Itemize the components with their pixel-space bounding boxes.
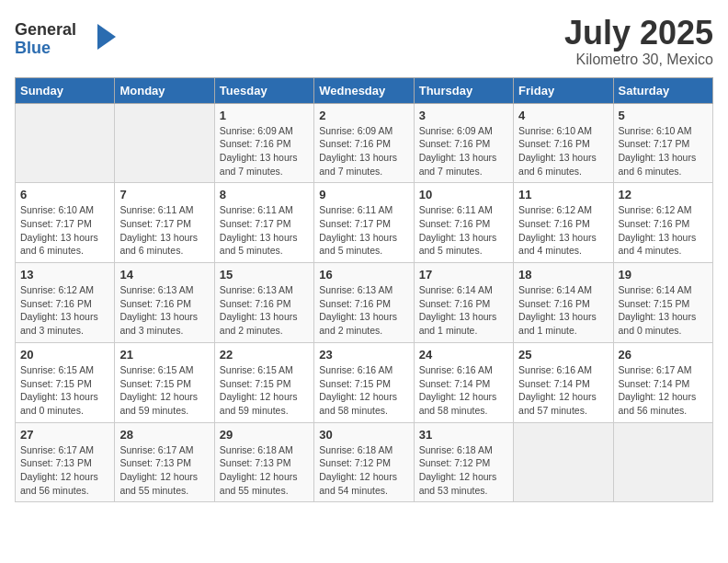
calendar-week-row: 13Sunrise: 6:12 AM Sunset: 7:16 PM Dayli…: [16, 263, 713, 343]
day-info: Sunrise: 6:11 AM Sunset: 7:17 PM Dayligh…: [220, 203, 309, 258]
weekday-header-row: SundayMondayTuesdayWednesdayThursdayFrid…: [16, 77, 713, 103]
title-block: July 2025 Kilometro 30, Mexico: [564, 15, 713, 68]
day-number: 22: [220, 348, 309, 362]
day-number: 11: [518, 188, 608, 201]
day-number: 16: [319, 268, 408, 282]
calendar-week-row: 20Sunrise: 6:15 AM Sunset: 7:15 PM Dayli…: [16, 342, 713, 422]
calendar-cell: 20Sunrise: 6:15 AM Sunset: 7:15 PM Dayli…: [16, 342, 115, 422]
weekday-header: Thursday: [414, 77, 513, 103]
day-number: 21: [119, 348, 209, 362]
calendar-cell: [514, 422, 613, 502]
day-number: 18: [518, 268, 608, 282]
calendar-cell: 21Sunrise: 6:15 AM Sunset: 7:15 PM Dayli…: [115, 342, 214, 422]
day-info: Sunrise: 6:10 AM Sunset: 7:16 PM Dayligh…: [518, 124, 608, 178]
calendar-week-row: 1Sunrise: 6:09 AM Sunset: 7:16 PM Daylig…: [16, 103, 713, 183]
day-info: Sunrise: 6:15 AM Sunset: 7:15 PM Dayligh…: [220, 363, 309, 418]
svg-text:Blue: Blue: [15, 39, 51, 57]
day-number: 28: [119, 428, 209, 442]
calendar-cell: 7Sunrise: 6:11 AM Sunset: 7:17 PM Daylig…: [115, 183, 214, 263]
day-info: Sunrise: 6:18 AM Sunset: 7:12 PM Dayligh…: [419, 443, 508, 498]
day-number: 29: [220, 428, 309, 442]
day-info: Sunrise: 6:16 AM Sunset: 7:14 PM Dayligh…: [518, 363, 608, 418]
day-number: 17: [419, 268, 508, 282]
calendar-cell: 24Sunrise: 6:16 AM Sunset: 7:14 PM Dayli…: [414, 342, 513, 422]
weekday-header: Saturday: [613, 77, 712, 103]
calendar-cell: 28Sunrise: 6:17 AM Sunset: 7:13 PM Dayli…: [115, 422, 214, 502]
day-info: Sunrise: 6:09 AM Sunset: 7:16 PM Dayligh…: [419, 124, 508, 178]
day-number: 3: [419, 109, 508, 122]
calendar-cell: 23Sunrise: 6:16 AM Sunset: 7:15 PM Dayli…: [314, 342, 414, 422]
day-info: Sunrise: 6:18 AM Sunset: 7:12 PM Dayligh…: [319, 443, 408, 498]
logo-text: General Blue: [15, 15, 125, 63]
day-info: Sunrise: 6:13 AM Sunset: 7:16 PM Dayligh…: [319, 283, 408, 338]
day-number: 14: [119, 268, 209, 282]
day-info: Sunrise: 6:17 AM Sunset: 7:13 PM Dayligh…: [20, 443, 109, 498]
day-info: Sunrise: 6:11 AM Sunset: 7:16 PM Dayligh…: [419, 203, 508, 258]
calendar-cell: 4Sunrise: 6:10 AM Sunset: 7:16 PM Daylig…: [514, 103, 613, 183]
day-info: Sunrise: 6:18 AM Sunset: 7:13 PM Dayligh…: [220, 443, 309, 498]
day-info: Sunrise: 6:16 AM Sunset: 7:15 PM Dayligh…: [319, 363, 408, 418]
day-number: 31: [419, 428, 508, 442]
day-number: 4: [518, 109, 608, 122]
calendar-cell: 18Sunrise: 6:14 AM Sunset: 7:16 PM Dayli…: [514, 263, 613, 343]
day-number: 1: [220, 109, 309, 122]
calendar-cell: 13Sunrise: 6:12 AM Sunset: 7:16 PM Dayli…: [16, 263, 115, 343]
day-info: Sunrise: 6:09 AM Sunset: 7:16 PM Dayligh…: [220, 124, 309, 178]
day-number: 23: [319, 348, 408, 362]
day-number: 6: [20, 188, 109, 201]
day-number: 25: [518, 348, 608, 362]
day-info: Sunrise: 6:16 AM Sunset: 7:14 PM Dayligh…: [419, 363, 508, 418]
day-info: Sunrise: 6:17 AM Sunset: 7:13 PM Dayligh…: [119, 443, 209, 498]
day-info: Sunrise: 6:12 AM Sunset: 7:16 PM Dayligh…: [20, 283, 109, 338]
day-info: Sunrise: 6:10 AM Sunset: 7:17 PM Dayligh…: [20, 203, 109, 258]
calendar-cell: 26Sunrise: 6:17 AM Sunset: 7:14 PM Dayli…: [613, 342, 712, 422]
day-info: Sunrise: 6:10 AM Sunset: 7:17 PM Dayligh…: [619, 124, 708, 178]
calendar-cell: 22Sunrise: 6:15 AM Sunset: 7:15 PM Dayli…: [214, 342, 313, 422]
calendar-cell: 30Sunrise: 6:18 AM Sunset: 7:12 PM Dayli…: [314, 422, 414, 502]
weekday-header: Monday: [115, 77, 214, 103]
day-info: Sunrise: 6:11 AM Sunset: 7:17 PM Dayligh…: [119, 203, 209, 258]
calendar-cell: 8Sunrise: 6:11 AM Sunset: 7:17 PM Daylig…: [214, 183, 313, 263]
day-number: 26: [619, 348, 708, 362]
day-number: 5: [619, 109, 708, 122]
logo: General Blue: [15, 15, 125, 63]
calendar-table: SundayMondayTuesdayWednesdayThursdayFrid…: [15, 77, 713, 503]
calendar-week-row: 27Sunrise: 6:17 AM Sunset: 7:13 PM Dayli…: [16, 422, 713, 502]
day-number: 13: [20, 268, 109, 282]
calendar-cell: [115, 103, 214, 183]
calendar-cell: 19Sunrise: 6:14 AM Sunset: 7:15 PM Dayli…: [613, 263, 712, 343]
calendar-cell: 12Sunrise: 6:12 AM Sunset: 7:16 PM Dayli…: [613, 183, 712, 263]
day-number: 15: [220, 268, 309, 282]
weekday-header: Tuesday: [214, 77, 313, 103]
weekday-header: Sunday: [16, 77, 115, 103]
calendar-cell: 14Sunrise: 6:13 AM Sunset: 7:16 PM Dayli…: [115, 263, 214, 343]
day-info: Sunrise: 6:12 AM Sunset: 7:16 PM Dayligh…: [518, 203, 608, 258]
calendar-cell: 5Sunrise: 6:10 AM Sunset: 7:17 PM Daylig…: [613, 103, 712, 183]
day-number: 24: [419, 348, 508, 362]
calendar-cell: [613, 422, 712, 502]
day-number: 7: [119, 188, 209, 201]
calendar-cell: 1Sunrise: 6:09 AM Sunset: 7:16 PM Daylig…: [214, 103, 313, 183]
day-number: 30: [319, 428, 408, 442]
calendar-cell: 9Sunrise: 6:11 AM Sunset: 7:17 PM Daylig…: [314, 183, 414, 263]
day-number: 12: [619, 188, 708, 201]
calendar-cell: 15Sunrise: 6:13 AM Sunset: 7:16 PM Dayli…: [214, 263, 313, 343]
day-info: Sunrise: 6:12 AM Sunset: 7:16 PM Dayligh…: [619, 203, 708, 258]
calendar-cell: 11Sunrise: 6:12 AM Sunset: 7:16 PM Dayli…: [514, 183, 613, 263]
calendar-cell: 10Sunrise: 6:11 AM Sunset: 7:16 PM Dayli…: [414, 183, 513, 263]
svg-marker-2: [97, 24, 116, 50]
weekday-header: Friday: [514, 77, 613, 103]
calendar-cell: 29Sunrise: 6:18 AM Sunset: 7:13 PM Dayli…: [214, 422, 313, 502]
location-subtitle: Kilometro 30, Mexico: [564, 52, 713, 68]
calendar-cell: 25Sunrise: 6:16 AM Sunset: 7:14 PM Dayli…: [514, 342, 613, 422]
day-number: 9: [319, 188, 408, 201]
day-info: Sunrise: 6:14 AM Sunset: 7:16 PM Dayligh…: [419, 283, 508, 338]
weekday-header: Wednesday: [314, 77, 414, 103]
calendar-week-row: 6Sunrise: 6:10 AM Sunset: 7:17 PM Daylig…: [16, 183, 713, 263]
day-info: Sunrise: 6:13 AM Sunset: 7:16 PM Dayligh…: [220, 283, 309, 338]
day-number: 10: [419, 188, 508, 201]
day-number: 2: [319, 109, 408, 122]
calendar-cell: 6Sunrise: 6:10 AM Sunset: 7:17 PM Daylig…: [16, 183, 115, 263]
day-number: 20: [20, 348, 109, 362]
day-info: Sunrise: 6:14 AM Sunset: 7:15 PM Dayligh…: [619, 283, 708, 338]
